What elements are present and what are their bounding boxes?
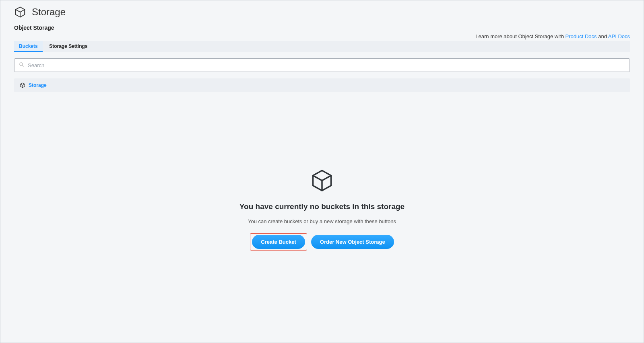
tab-buckets[interactable]: Buckets: [14, 41, 43, 52]
storage-cube-icon: [14, 6, 26, 18]
search-icon: [19, 62, 25, 69]
search-box[interactable]: [14, 58, 630, 72]
empty-state-title: You have currently no buckets in this st…: [14, 202, 630, 211]
search-input[interactable]: [25, 62, 625, 68]
tab-storage-settings[interactable]: Storage Settings: [44, 41, 92, 52]
page-title: Storage: [32, 6, 66, 18]
page-header: Storage: [14, 6, 630, 18]
svg-line-1: [22, 65, 23, 66]
api-docs-link[interactable]: API Docs: [608, 33, 630, 39]
docs-help-line: Learn more about Object Storage with Pro…: [14, 33, 630, 39]
empty-state-cube-icon: [14, 168, 630, 193]
breadcrumb: Storage: [14, 78, 630, 92]
docs-prefix-text: Learn more about Object Storage with: [475, 33, 565, 39]
empty-state: You have currently no buckets in this st…: [14, 168, 630, 251]
empty-state-subtitle: You can create buckets or buy a new stor…: [14, 218, 630, 224]
product-docs-link[interactable]: Product Docs: [566, 33, 597, 39]
order-new-storage-button[interactable]: Order New Object Storage: [311, 235, 394, 249]
create-bucket-highlight: Create Bucket: [250, 233, 307, 251]
section-subtitle: Object Storage: [14, 25, 630, 31]
tab-bar: Buckets Storage Settings: [14, 41, 630, 52]
breadcrumb-storage-link[interactable]: Storage: [29, 82, 47, 88]
docs-joiner-text: and: [597, 33, 608, 39]
create-bucket-button[interactable]: Create Bucket: [252, 235, 305, 249]
breadcrumb-cube-icon: [20, 82, 25, 88]
svg-point-0: [20, 62, 23, 66]
